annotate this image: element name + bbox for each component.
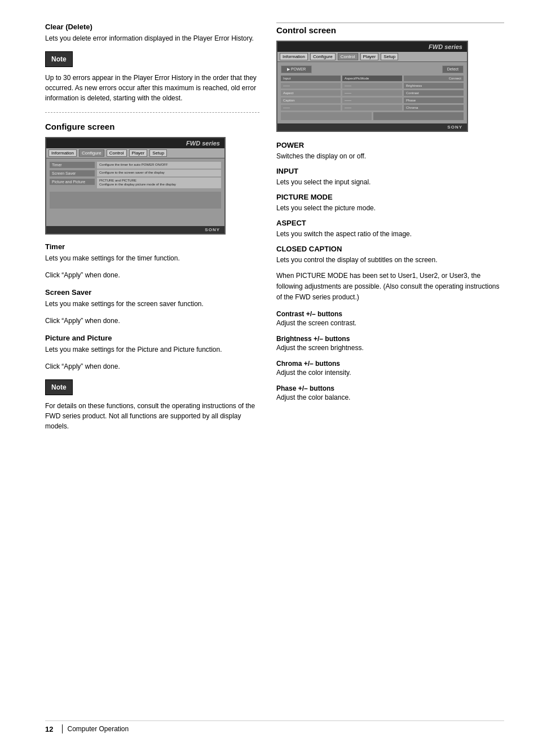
- page-number: 12: [45, 725, 53, 733]
- contrast-section: Contrast +/– buttons Adjust the screen c…: [276, 310, 504, 327]
- picture-mode-section: PICTURE MODE Lets you select the picture…: [276, 193, 504, 213]
- cfg-tabs: Information Configure Control Player Set…: [46, 148, 224, 158]
- phase-title: Phase +/– buttons: [276, 384, 504, 392]
- control-screen-mockup: FWD series Information Configure Control…: [276, 41, 468, 132]
- input-section: INPUT Lets you select the input signal.: [276, 167, 504, 187]
- note-content: Up to 30 errors appear in the Player Err…: [45, 73, 259, 103]
- ctrl-cell-contrast: Contrast: [404, 90, 464, 96]
- ctrl-cell-1: ——: [281, 83, 341, 89]
- ctrl-cell-connect: Connect: [404, 76, 464, 81]
- cfg-tab-configure: Configure: [79, 149, 104, 157]
- chroma-title: Chroma +/– buttons: [276, 360, 504, 368]
- aspect-title: ASPECT: [276, 219, 504, 227]
- ctrl-body: ▶ POWER Detect Input Aspect/PicMode Conn…: [277, 62, 467, 123]
- cfg-content-1: Configure the timer for auto POWER ON/OF…: [97, 162, 221, 169]
- ctrl-bottom-row: [281, 112, 464, 120]
- ctrl-tab-player: Player: [360, 53, 379, 60]
- ctrl-cell-2: ——: [342, 83, 402, 89]
- cfg-tab-control: Control: [107, 149, 127, 157]
- chroma-text: Adjust the color intensity.: [276, 369, 504, 377]
- ctrl-spacer1: [314, 65, 439, 73]
- clear-delete-text: Lets you delete error information displa…: [45, 33, 259, 43]
- ctrl-tab-control: Control: [338, 53, 358, 60]
- note2-container: Note For details on these functions, con…: [45, 379, 259, 431]
- ctrl-cell-5: Caption: [281, 98, 341, 103]
- cfg-right-content: Configure the timer for auto POWER ON/OF…: [97, 162, 221, 189]
- cfg-label-2: Screen Saver: [50, 170, 95, 176]
- timer-section: Timer Lets you make settings for the tim…: [45, 242, 259, 280]
- cfg-tab-information: Information: [48, 149, 77, 157]
- control-screen-title: Control screen: [276, 23, 504, 35]
- closed-caption-section: CLOSED CAPTION Lets you control the disp…: [276, 245, 504, 265]
- cfg-content-3: PICTURE and PICTUREConfigure in the disp…: [97, 178, 221, 189]
- two-column-layout: Clear (Delete) Lets you delete error inf…: [45, 23, 504, 704]
- cfg-body: Timer Screen Saver Picture and Picture C…: [46, 158, 224, 226]
- timer-text: Lets you make settings for the timer fun…: [45, 253, 259, 263]
- timer-click: Click “Apply” when done.: [45, 270, 259, 280]
- ctrl-cell-aspect-pic: Aspect/PicMode: [342, 76, 402, 81]
- input-text: Lets you select the input signal.: [276, 177, 504, 187]
- power-text: Switches the display on or off.: [276, 151, 504, 161]
- brightness-title: Brightness +/– buttons: [276, 335, 504, 343]
- footer-divider: [62, 724, 63, 733]
- user-note: When PICTURE MODE has been set to User1,…: [276, 271, 504, 303]
- power-section: POWER Switches the display on or off.: [276, 141, 504, 161]
- aspect-text: Lets you switch the aspect ratio of the …: [276, 229, 504, 239]
- brightness-section: Brightness +/– buttons Adjust the screen…: [276, 335, 504, 352]
- ctrl-grid: Input Aspect/PicMode Connect —— —— Brigh…: [281, 76, 464, 110]
- picture-mode-text: Lets you select the picture mode.: [276, 203, 504, 213]
- configure-screen-title: Configure screen: [45, 122, 259, 131]
- power-title: POWER: [276, 141, 504, 149]
- configure-screen-mockup: FWD series Information Configure Control…: [45, 137, 226, 235]
- note-box-container: Note Up to 30 errors appear in the Playe…: [45, 51, 259, 103]
- cfg-fwd-header: FWD series: [46, 138, 224, 148]
- screen-saver-click: Click “Apply” when done.: [45, 316, 259, 326]
- right-column: Control screen FWD series Information Co…: [276, 23, 504, 704]
- phase-text: Adjust the color balance.: [276, 394, 504, 401]
- picture-mode-title: PICTURE MODE: [276, 193, 504, 201]
- page-footer: 12 Computer Operation: [45, 720, 504, 733]
- ctrl-tab-configure: Configure: [310, 53, 336, 60]
- cfg-sony-footer: SONY: [46, 226, 224, 233]
- ctrl-tab-setup: Setup: [381, 53, 398, 60]
- ctrl-cell-brightness: Brightness: [404, 83, 464, 89]
- brightness-text: Adjust the screen brightness.: [276, 344, 504, 352]
- ctrl-sony-footer: SONY: [277, 123, 467, 131]
- ctrl-fwd-header: FWD series: [277, 42, 467, 52]
- note2-box-label: Note: [45, 379, 73, 395]
- closed-caption-text: Lets you control the display of subtitle…: [276, 255, 504, 265]
- page: Clear (Delete) Lets you delete error inf…: [0, 0, 538, 756]
- ctrl-cell-7: ——: [281, 105, 341, 110]
- ctrl-cell-4: ——: [342, 90, 402, 96]
- note-box-label: Note: [45, 51, 73, 67]
- chroma-section: Chroma +/– buttons Adjust the color inte…: [276, 360, 504, 377]
- ctrl-row-1: ▶ POWER Detect: [281, 65, 464, 73]
- picture-picture-text: Lets you make settings for the Picture a…: [45, 344, 259, 355]
- cfg-left-labels: Timer Screen Saver Picture and Picture: [50, 162, 95, 189]
- left-column: Clear (Delete) Lets you delete error inf…: [45, 23, 259, 704]
- closed-caption-title: CLOSED CAPTION: [276, 245, 504, 253]
- cfg-empty-area: [50, 192, 221, 209]
- cfg-tab-player: Player: [129, 149, 148, 157]
- contrast-text: Adjust the screen contrast.: [276, 319, 504, 327]
- ctrl-power-btn: ▶ POWER: [281, 65, 312, 73]
- ctrl-cell-input: Input: [281, 76, 341, 81]
- ctrl-cell-phase: Phase: [404, 98, 464, 103]
- screen-saver-section: Screen Saver Lets you make settings for …: [45, 288, 259, 326]
- ctrl-cell-8: ——: [342, 105, 402, 110]
- divider-1: [45, 112, 259, 113]
- picture-picture-title: Picture and Picture: [45, 334, 259, 342]
- phase-section: Phase +/– buttons Adjust the color balan…: [276, 384, 504, 401]
- cfg-content-2: Configure to the screen saver of the dis…: [97, 170, 221, 176]
- screen-saver-text: Lets you make settings for the screen sa…: [45, 299, 259, 309]
- clear-delete-section: Clear (Delete) Lets you delete error inf…: [45, 23, 259, 43]
- input-title: INPUT: [276, 167, 504, 175]
- note2-content: For details on these functions, consult …: [45, 401, 259, 431]
- ctrl-tabs: Information Configure Control Player Set…: [277, 52, 467, 62]
- ctrl-tab-information: Information: [280, 53, 308, 60]
- page-label: Computer Operation: [67, 725, 129, 733]
- ctrl-bottom-1: [281, 112, 372, 120]
- ctrl-cell-3: Aspect: [281, 90, 341, 96]
- contrast-title: Contrast +/– buttons: [276, 310, 504, 318]
- cfg-tab-setup: Setup: [149, 149, 167, 157]
